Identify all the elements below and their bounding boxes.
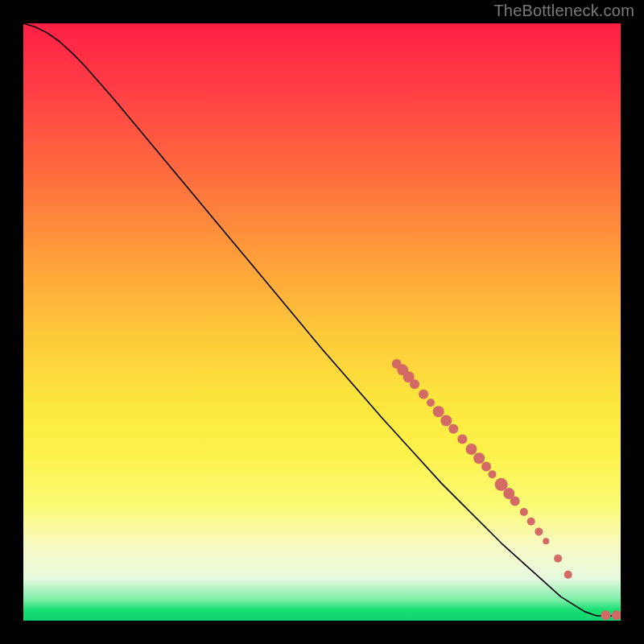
marker-dot bbox=[457, 434, 467, 444]
marker-dot bbox=[535, 527, 543, 535]
bottleneck-curve bbox=[23, 23, 621, 616]
marker-dot bbox=[427, 398, 435, 407]
marker-dot bbox=[473, 452, 485, 464]
marker-group bbox=[392, 359, 621, 620]
marker-dot bbox=[448, 424, 458, 434]
plot-area bbox=[23, 23, 621, 621]
chart-svg bbox=[23, 23, 621, 621]
marker-dot bbox=[527, 518, 535, 526]
marker-dot bbox=[543, 538, 549, 544]
marker-dot bbox=[410, 379, 419, 389]
chart-stage: TheBottleneck.com bbox=[0, 0, 644, 644]
marker-dot bbox=[554, 555, 562, 563]
marker-dot bbox=[433, 406, 444, 417]
marker-dot bbox=[440, 415, 452, 426]
marker-dot bbox=[419, 390, 428, 399]
marker-dot bbox=[481, 462, 491, 472]
marker-dot bbox=[488, 470, 496, 478]
marker-dot bbox=[520, 508, 528, 516]
marker-dot bbox=[601, 610, 610, 620]
watermark-text: TheBottleneck.com bbox=[493, 2, 634, 20]
marker-dot bbox=[612, 610, 621, 620]
marker-dot bbox=[466, 444, 477, 455]
marker-dot bbox=[564, 571, 572, 579]
marker-dot bbox=[510, 497, 520, 506]
